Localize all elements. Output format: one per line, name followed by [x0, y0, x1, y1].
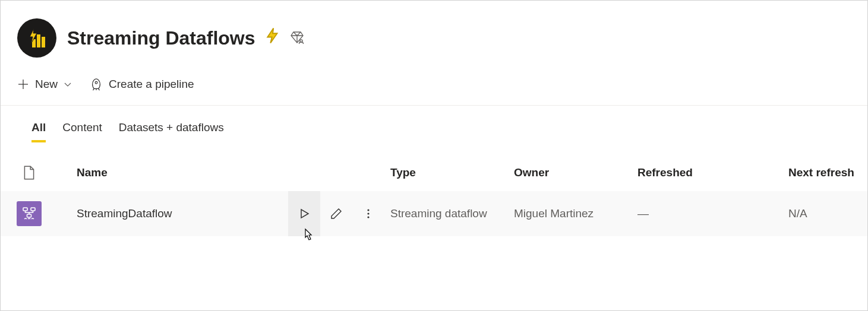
column-header-refreshed[interactable]: Refreshed [637, 166, 788, 179]
svg-point-6 [95, 81, 97, 84]
content-tabs: All Content Datasets + dataflows [1, 106, 867, 142]
row-next-refresh-cell: N/A [788, 207, 867, 220]
column-header-next-refresh[interactable]: Next refresh [788, 166, 867, 179]
row-name-text[interactable]: StreamingDataflow [77, 207, 288, 220]
workspace-title-text: Streaming Dataflows [67, 27, 255, 49]
table-header-row: Name Type Owner Refreshed Next refresh [1, 157, 867, 191]
workspace-avatar [17, 18, 56, 58]
column-header-type[interactable]: Type [390, 166, 514, 179]
lightning-icon [264, 27, 282, 49]
content-table: Name Type Owner Refreshed Next refresh S… [1, 142, 867, 236]
row-type-cell: Streaming dataflow [390, 207, 514, 220]
row-owner-cell: Miguel Martinez [514, 207, 637, 220]
workspace-header: Streaming Dataflows [1, 1, 867, 69]
svg-marker-10 [301, 210, 308, 218]
plus-icon [17, 78, 29, 90]
more-vertical-icon [362, 208, 374, 220]
create-pipeline-label: Create a pipeline [109, 78, 194, 91]
column-header-owner[interactable]: Owner [514, 166, 637, 179]
column-header-name[interactable]: Name [47, 166, 390, 179]
tab-content[interactable]: Content [62, 121, 102, 142]
table-row[interactable]: StreamingDataflow [1, 191, 867, 236]
workspace-bolt-chart-icon [26, 27, 48, 49]
edit-button[interactable] [320, 191, 352, 236]
toolbar: New Create a pipeline [1, 69, 867, 106]
workspace-title: Streaming Dataflows [67, 27, 304, 49]
premium-contacts-icon[interactable] [290, 27, 304, 49]
svg-rect-8 [31, 208, 35, 211]
svg-rect-7 [23, 208, 27, 211]
tab-all[interactable]: All [31, 121, 46, 142]
streaming-dataflow-icon [17, 201, 42, 226]
svg-point-11 [367, 209, 369, 211]
document-icon [23, 165, 36, 180]
create-pipeline-button[interactable]: Create a pipeline [90, 75, 194, 93]
svg-point-13 [367, 216, 369, 218]
chevron-down-icon [64, 80, 72, 88]
row-refreshed-cell: — [637, 207, 788, 220]
pencil-icon [330, 207, 343, 220]
rocket-icon [90, 78, 103, 91]
row-type-icon-cell [1, 201, 47, 226]
new-button-label: New [35, 78, 58, 91]
svg-rect-2 [42, 37, 45, 47]
play-icon [298, 208, 310, 220]
svg-rect-9 [27, 214, 31, 217]
more-options-button[interactable] [352, 191, 384, 236]
svg-rect-1 [37, 34, 40, 47]
row-name-cell: StreamingDataflow [47, 191, 390, 236]
column-header-icon[interactable] [1, 165, 47, 180]
new-button[interactable]: New [17, 75, 72, 93]
row-actions [288, 191, 384, 236]
svg-point-12 [367, 212, 369, 214]
play-button[interactable] [288, 191, 320, 236]
tab-datasets-dataflows[interactable]: Datasets + dataflows [119, 121, 224, 142]
